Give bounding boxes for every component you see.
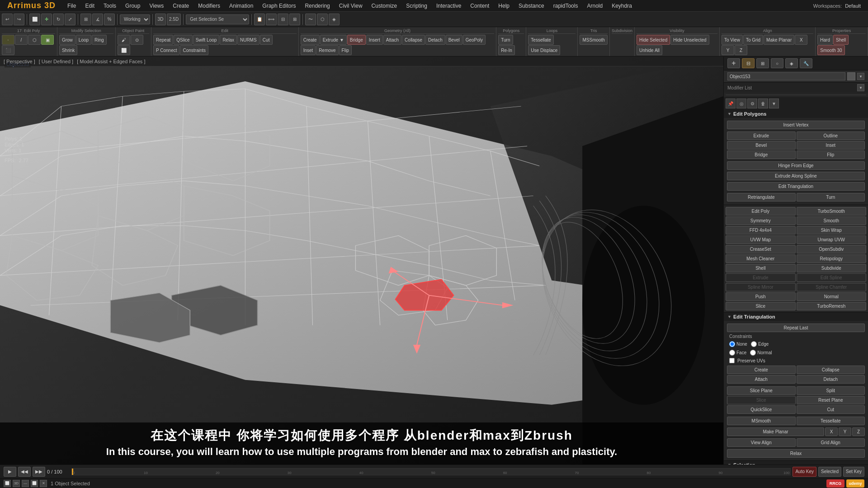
- rp-z-2-button[interactable]: Z: [852, 427, 865, 436]
- menu-rapidtools[interactable]: rapidTools: [549, 0, 583, 11]
- hide-unselected-button[interactable]: Hide Unselected: [670, 35, 709, 45]
- rp-bevel-button[interactable]: Bevel: [727, 141, 796, 150]
- cut-button[interactable]: Cut: [260, 35, 273, 45]
- view-dropdown[interactable]: Working World View: [120, 14, 150, 24]
- named-sets-button[interactable]: 📋: [254, 14, 265, 25]
- rp-collapse-2-button[interactable]: Collapse: [797, 366, 865, 374]
- angle-snap-button[interactable]: ∡: [92, 14, 103, 25]
- constraint-normal-radio[interactable]: [750, 350, 756, 356]
- make-planar-button[interactable]: Make Planar: [764, 35, 794, 45]
- modifier-options-button[interactable]: ▼: [857, 73, 864, 80]
- show-result-button[interactable]: ◎: [736, 99, 746, 108]
- menu-substance[interactable]: Substance: [514, 0, 549, 11]
- menu-group[interactable]: Group: [121, 0, 145, 11]
- menu-interactive[interactable]: Interactive: [432, 0, 466, 11]
- rp-splinechamfer-button[interactable]: Spline Chamfer: [797, 283, 867, 291]
- rp-sliceplane-button[interactable]: Slice Plane: [727, 386, 796, 395]
- relax-edit-button[interactable]: Relax: [220, 35, 237, 45]
- 2d-snap-button[interactable]: 2.5D: [167, 14, 181, 25]
- to-view-button[interactable]: To View: [722, 35, 743, 45]
- extrude-along-spline-button[interactable]: Extrude Along Spline: [727, 172, 865, 180]
- rp-skinwrap-button[interactable]: Skin Wrap: [797, 226, 867, 235]
- rp-flip-button[interactable]: Flip: [797, 150, 865, 159]
- menu-content[interactable]: Content: [466, 0, 494, 11]
- menu-views[interactable]: Views: [145, 0, 168, 11]
- loop-button[interactable]: Loop: [76, 35, 91, 45]
- rp-makeplanar-2-button[interactable]: Make Planar: [727, 427, 824, 436]
- rp-retopology-button[interactable]: Retopology: [797, 254, 867, 263]
- nurms-button[interactable]: NURMS: [237, 35, 259, 45]
- retriangulate-button[interactable]: Retriangulate: [727, 193, 796, 202]
- motion-tab-button[interactable]: ○: [771, 58, 783, 68]
- attach-button[interactable]: Attach: [383, 35, 401, 45]
- insert-vertex-button[interactable]: Insert Vertex: [727, 121, 865, 129]
- selection-section-header[interactable]: ▼ Selection: [724, 461, 868, 465]
- hinge-from-edge-button[interactable]: Hinge From Edge: [727, 161, 865, 170]
- constraints-button[interactable]: Constraints: [180, 45, 208, 55]
- edge-mode-button[interactable]: /: [15, 35, 28, 45]
- to-grid-button[interactable]: To Grid: [743, 35, 763, 45]
- modifier-turbosm[interactable]: 👁 ❄ TurboSmooth ▼: [726, 95, 866, 95]
- viewport[interactable]: [ Perspective ] [ User Defined ] [ Model…: [0, 56, 723, 465]
- remove-button[interactable]: Remove: [316, 45, 338, 55]
- rp-relax-2-button[interactable]: Relax: [727, 449, 865, 458]
- constraint-normal-label[interactable]: Normal: [750, 350, 772, 356]
- pin-stack-button[interactable]: 📌: [726, 99, 736, 108]
- viewport-canvas[interactable]: Object153 Polys: 1 Edges: 1 Verts: 1 FPS…: [0, 56, 723, 465]
- align-button[interactable]: ⊟: [278, 14, 288, 25]
- move-button[interactable]: ✛: [41, 14, 52, 25]
- turn-button[interactable]: Turn: [498, 35, 513, 45]
- constraint-none-label[interactable]: None: [729, 341, 747, 347]
- rp-shell-button[interactable]: Shell: [726, 264, 796, 272]
- element-mode-button[interactable]: ⬛: [2, 45, 14, 55]
- display-tab-button[interactable]: ◈: [785, 58, 798, 68]
- z-axis-button[interactable]: Z: [735, 45, 747, 55]
- rp-turn-button[interactable]: Turn: [797, 193, 865, 202]
- status-icon-2[interactable]: 3D: [13, 480, 20, 487]
- status-minimize-button[interactable]: —: [22, 480, 29, 487]
- select-object-button[interactable]: ⬜: [29, 14, 40, 25]
- status-close-button[interactable]: ✕: [40, 480, 47, 487]
- border-mode-button[interactable]: ⬡: [28, 35, 41, 45]
- paint-btn-3[interactable]: ⬜: [118, 45, 130, 55]
- bridge-button[interactable]: Bridge: [347, 35, 366, 45]
- extrude-button[interactable]: Extrude ▼: [320, 35, 347, 45]
- object-color-swatch[interactable]: [847, 72, 855, 80]
- snap-button[interactable]: ⊞: [80, 14, 91, 25]
- menu-file[interactable]: File: [63, 0, 80, 11]
- bevel-button[interactable]: Bevel: [446, 35, 462, 45]
- collapse-button[interactable]: Collapse: [402, 35, 425, 45]
- flip-button[interactable]: Flip: [339, 45, 352, 55]
- rp-meshcleaner-button[interactable]: Mesh Cleaner: [726, 254, 796, 263]
- geo-poly-button[interactable]: GeoPoly: [463, 35, 486, 45]
- selection-dropdown[interactable]: Get Selection Se: [186, 14, 249, 24]
- rp-inset-button[interactable]: Inset: [797, 141, 865, 150]
- detach-button[interactable]: Detach: [425, 35, 445, 45]
- repeat-last-button[interactable]: Repeat Last: [727, 324, 865, 332]
- shrink-button[interactable]: Shrink: [59, 45, 77, 55]
- preserve-uvs-checkbox[interactable]: [729, 358, 735, 363]
- inset-button[interactable]: Inset: [301, 45, 316, 55]
- menu-help[interactable]: Help: [494, 0, 514, 11]
- menu-animation[interactable]: Animation: [225, 0, 258, 11]
- constraint-face-radio[interactable]: [729, 350, 735, 356]
- rp-symmetry-button[interactable]: Symmetry: [726, 216, 796, 225]
- insert-button[interactable]: Insert: [366, 35, 383, 45]
- status-icon-3[interactable]: ⬜: [31, 480, 38, 487]
- menu-graph-editors[interactable]: Graph Editors: [258, 0, 300, 11]
- rp-normal-button[interactable]: Normal: [797, 292, 867, 301]
- workspace-value[interactable]: Default: [845, 3, 861, 9]
- rp-push-button[interactable]: Push: [726, 292, 796, 301]
- scale-button[interactable]: ⤢: [65, 14, 75, 25]
- rp-uvwmap-button[interactable]: UVW Map: [726, 235, 796, 244]
- rp-subdivide-button[interactable]: Subdivide: [797, 264, 867, 272]
- modifier-list-dropdown-button[interactable]: ▼: [857, 84, 864, 91]
- rp-turbosmooth-button[interactable]: TurboSmooth: [797, 207, 867, 216]
- rp-extrude-mod-button[interactable]: Extrude: [726, 273, 796, 282]
- timeline-track[interactable]: 0 10 20 30 40 50 60 70 80 90 100: [71, 468, 791, 475]
- hide-selected-button[interactable]: Hide Selected: [637, 35, 670, 45]
- rp-attach-2-button[interactable]: Attach: [727, 375, 796, 384]
- rp-split-button[interactable]: Split: [797, 386, 865, 395]
- vertex-mode-button[interactable]: ·: [2, 35, 14, 45]
- smooth-label-button[interactable]: Shell: [833, 35, 849, 45]
